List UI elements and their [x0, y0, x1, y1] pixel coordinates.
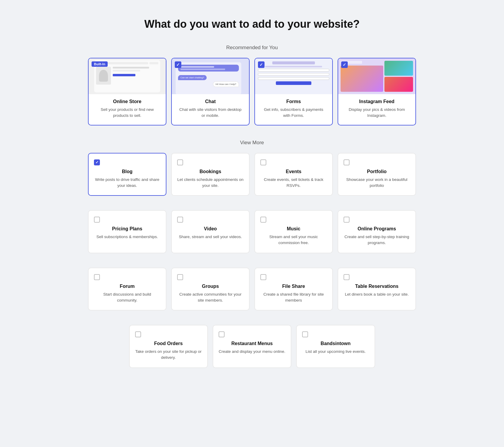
forms-title-bar	[272, 61, 315, 64]
card-body-instagram: Instagram Feed Display your pics & video…	[338, 94, 415, 125]
card-desc-video: Share, stream and sell your videos.	[177, 234, 244, 240]
card-instagram-feed[interactable]: ✓ Instagram Feed Display your pics & vid…	[338, 58, 416, 125]
card-online-store[interactable]: Built-In Online Store Sell your products…	[88, 58, 166, 125]
file-share-content: File Share Create a shared file library …	[260, 284, 327, 304]
card-file-share[interactable]: File Share Create a shared file library …	[254, 268, 333, 311]
recommended-section-label: Recommended for You	[6, 45, 498, 51]
events-checkbox	[260, 159, 266, 165]
card-title-pricing-plans: Pricing Plans	[94, 226, 160, 232]
card-title-forms: Forms	[260, 99, 327, 104]
food-orders-content: Food Orders Take orders on your site for…	[135, 341, 202, 361]
forms-field-3	[258, 77, 329, 80]
restaurant-menus-checkbox	[219, 331, 225, 337]
card-music[interactable]: Music Stream and sell your music commiss…	[254, 210, 333, 253]
card-title-chat: Chat	[177, 99, 244, 104]
recommended-cards-grid: Built-In Online Store Sell your products…	[88, 58, 416, 125]
card-bandsintown[interactable]: Bandsintown List all your upcoming live …	[296, 325, 375, 368]
card-image-online-store: Built-In	[89, 58, 166, 94]
card-title-online-store: Online Store	[94, 99, 160, 104]
events-content: Events Create events, sell tickets & tra…	[260, 169, 327, 189]
card-desc-table-reservations: Let diners book a table on your site.	[344, 291, 410, 297]
card-blog[interactable]: ✓ Blog Write posts to drive traffic and …	[88, 153, 166, 196]
table-reservations-checkbox	[344, 274, 350, 280]
restaurant-menus-content: Restaurant Menus Create and display your…	[219, 341, 285, 355]
card-desc-music: Stream and sell your music commission fr…	[260, 234, 327, 246]
forms-checkbox: ✓	[258, 61, 265, 68]
portfolio-content: Portfolio Showcase your work in a beauti…	[344, 169, 410, 189]
card-food-orders[interactable]: Food Orders Take orders on your site for…	[129, 325, 208, 368]
card-desc-events: Create events, sell tickets & track RSVP…	[260, 177, 327, 189]
card-desc-chat: Chat with site visitors from desktop or …	[177, 107, 244, 119]
card-image-instagram: ✓	[338, 58, 415, 94]
card-title-blog: Blog	[94, 169, 160, 174]
video-content: Video Share, stream and sell your videos…	[177, 226, 244, 240]
forms-field-1	[258, 69, 329, 72]
card-title-bookings: Bookings	[177, 169, 244, 174]
card-title-forum: Forum	[94, 284, 160, 289]
card-title-video: Video	[177, 226, 244, 232]
card-desc-portfolio: Showcase your work in a beautiful portfo…	[344, 177, 410, 189]
card-title-file-share: File Share	[260, 284, 327, 289]
portfolio-checkbox	[344, 159, 350, 165]
card-desc-groups: Create active communities for your site …	[177, 291, 244, 304]
card-video[interactable]: Video Share, stream and sell your videos…	[171, 210, 250, 253]
card-title-restaurant-menus: Restaurant Menus	[219, 341, 285, 346]
pricing-plans-checkbox	[94, 217, 100, 223]
card-title-music: Music	[260, 226, 327, 232]
forms-field-2	[258, 73, 329, 76]
card-title-portfolio: Portfolio	[344, 169, 410, 174]
forum-content: Forum Start discussions and build commun…	[94, 284, 160, 304]
forum-checkbox	[94, 274, 100, 280]
card-forum[interactable]: Forum Start discussions and build commun…	[88, 268, 166, 311]
chat-checkbox: ✓	[175, 61, 181, 68]
viewmore-bottom-row: Food Orders Take orders on your site for…	[129, 325, 375, 368]
card-body-forms: Forms Get info, subscribers & payments w…	[255, 94, 332, 125]
chat-bubble-left: Can we start chatting?	[178, 75, 207, 80]
built-in-badge: Built-In	[92, 61, 108, 67]
card-bookings[interactable]: Bookings Let clients schedule appointmen…	[171, 153, 250, 196]
card-table-reservations[interactable]: Table Reservations Let diners book a tab…	[338, 268, 416, 311]
online-programs-content: Online Programs Create and sell step-by-…	[344, 226, 410, 246]
card-desc-online-store: Sell your products or find new products …	[94, 107, 160, 119]
viewmore-row-2: Pricing Plans Sell subscriptions & membe…	[88, 210, 416, 253]
viewmore-section-label: View More	[6, 140, 498, 146]
card-portfolio[interactable]: Portfolio Showcase your work in a beauti…	[338, 153, 416, 196]
online-programs-checkbox	[344, 217, 350, 223]
card-title-food-orders: Food Orders	[135, 341, 202, 346]
card-desc-restaurant-menus: Create and display your menu online.	[219, 349, 285, 355]
card-desc-food-orders: Take orders on your site for pickup or d…	[135, 349, 202, 361]
card-title-online-programs: Online Programs	[344, 226, 410, 232]
card-title-table-reservations: Table Reservations	[344, 284, 410, 289]
viewmore-row-3: Forum Start discussions and build commun…	[88, 268, 416, 311]
card-events[interactable]: Events Create events, sell tickets & tra…	[254, 153, 333, 196]
instagram-checkbox: ✓	[341, 61, 348, 68]
forms-submit-btn	[276, 81, 312, 85]
bandsintown-checkbox	[302, 331, 308, 337]
food-orders-checkbox	[135, 331, 141, 337]
card-title-bandsintown: Bandsintown	[302, 341, 369, 346]
card-image-chat: ✓ Can we start chatting? Hi! How can I h…	[172, 58, 249, 94]
instagram-mock	[338, 58, 415, 94]
video-checkbox	[177, 217, 183, 223]
card-forms[interactable]: ✓ Forms Get info, subscribers & payments…	[254, 58, 333, 125]
card-image-forms: ✓	[255, 58, 332, 94]
bookings-content: Bookings Let clients schedule appointmen…	[177, 169, 244, 189]
card-online-programs[interactable]: Online Programs Create and sell step-by-…	[338, 210, 416, 253]
card-title-instagram: Instagram Feed	[344, 99, 410, 104]
chat-bubble-right: Hi! How can I help?	[213, 81, 239, 87]
card-body-chat: Chat Chat with site visitors from deskto…	[172, 94, 249, 125]
card-groups[interactable]: Groups Create active communities for you…	[171, 268, 250, 311]
card-desc-online-programs: Create and sell step-by-step training pr…	[344, 234, 410, 246]
card-title-events: Events	[260, 169, 327, 174]
file-share-checkbox	[260, 274, 266, 280]
card-pricing-plans[interactable]: Pricing Plans Sell subscriptions & membe…	[88, 210, 166, 253]
blog-content: Blog Write posts to drive traffic and sh…	[94, 169, 160, 189]
groups-content: Groups Create active communities for you…	[177, 284, 244, 304]
groups-checkbox	[177, 274, 183, 280]
card-desc-instagram: Display your pics & videos from Instagra…	[344, 107, 410, 119]
bookings-checkbox	[177, 159, 183, 165]
card-restaurant-menus[interactable]: Restaurant Menus Create and display your…	[213, 325, 291, 368]
card-body-online-store: Online Store Sell your products or find …	[89, 94, 166, 125]
card-chat[interactable]: ✓ Can we start chatting? Hi! How can I h…	[171, 58, 250, 125]
page-title: What do you want to add to your website?	[6, 18, 498, 30]
